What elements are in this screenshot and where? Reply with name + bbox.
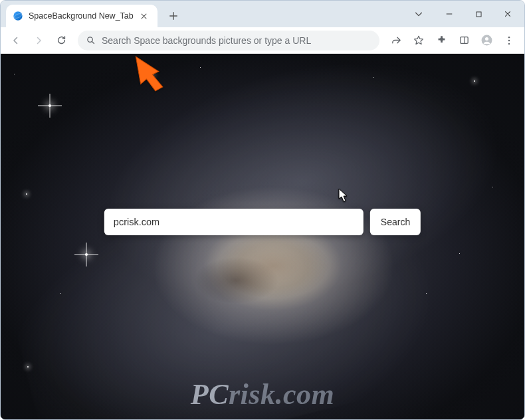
close-window-button[interactable]: [494, 4, 522, 24]
browser-tab[interactable]: SpaceBackground New_Tab: [6, 5, 158, 27]
callout-arrow-icon: [130, 53, 169, 96]
browser-toolbar: Search Space backgrounds pictures or typ…: [1, 27, 524, 54]
profile-icon[interactable]: [476, 31, 496, 51]
star-icon: [26, 193, 27, 195]
globe-icon: [13, 11, 23, 21]
watermark-pc: PC: [191, 378, 229, 411]
svg-point-0: [13, 11, 22, 20]
side-panel-icon[interactable]: [454, 31, 474, 51]
svg-point-8: [508, 39, 510, 41]
extensions-icon[interactable]: [431, 31, 451, 51]
page-search: Search: [104, 209, 421, 235]
svg-point-3: [88, 37, 93, 42]
share-icon[interactable]: [386, 31, 406, 51]
svg-point-6: [484, 37, 488, 41]
star-icon: [49, 104, 51, 107]
svg-point-7: [508, 36, 510, 37]
reload-button[interactable]: [51, 31, 71, 51]
tab-title: SpaceBackground New_Tab: [29, 11, 134, 21]
star-icon: [474, 80, 475, 82]
page-content: Search PCrisk.com: [1, 54, 524, 419]
svg-rect-4: [460, 37, 467, 44]
maximize-button[interactable]: [465, 4, 492, 24]
star-icon: [27, 366, 29, 368]
page-search-button[interactable]: Search: [370, 209, 421, 235]
svg-rect-2: [476, 11, 480, 16]
forward-button[interactable]: [29, 31, 49, 51]
watermark-risk: risk.com: [229, 378, 334, 411]
svg-point-9: [508, 43, 510, 44]
page-search-input[interactable]: [104, 209, 364, 235]
search-icon: [86, 35, 96, 46]
minimize-button[interactable]: [435, 4, 463, 24]
address-bar-placeholder: Search Space backgrounds pictures or typ…: [102, 35, 311, 46]
menu-icon[interactable]: [499, 31, 519, 51]
browser-window: SpaceBackground New_Tab: [0, 0, 525, 420]
window-controls: [407, 1, 522, 27]
back-button[interactable]: [6, 31, 26, 51]
tab-strip: SpaceBackground New_Tab: [1, 1, 524, 27]
watermark: PCrisk.com: [191, 377, 334, 411]
cursor-icon: [338, 188, 349, 205]
star-icon: [85, 253, 88, 256]
bookmark-icon[interactable]: [409, 31, 429, 51]
address-bar[interactable]: Search Space backgrounds pictures or typ…: [78, 31, 379, 51]
tab-search-button[interactable]: [407, 4, 430, 24]
galaxy-background: [1, 54, 524, 419]
close-icon[interactable]: [139, 11, 150, 21]
new-tab-button[interactable]: [164, 7, 183, 25]
